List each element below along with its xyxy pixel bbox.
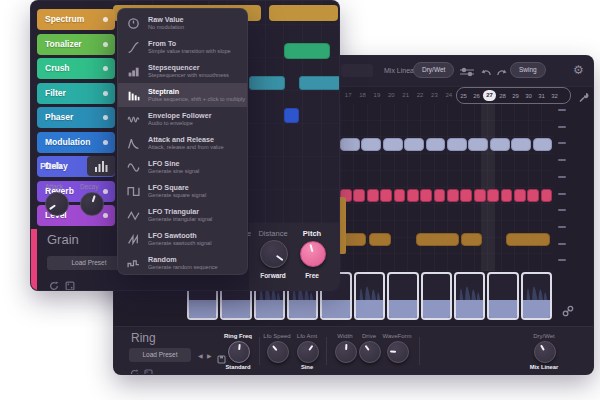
lfo-amt-knob[interactable] [297, 341, 319, 363]
wrench-icon[interactable] [578, 89, 589, 107]
step-number[interactable]: 25 [457, 93, 470, 99]
step-number[interactable]: 29 [509, 93, 522, 99]
row-mini-slider[interactable] [558, 243, 566, 245]
step-number[interactable]: 27 [483, 90, 496, 101]
randomize-icon[interactable] [65, 277, 75, 291]
lavender-step-bar[interactable] [490, 138, 510, 151]
grain-key-cell[interactable] [487, 272, 518, 320]
grid-block-teal[interactable] [299, 76, 340, 90]
load-preset-button[interactable]: Load Preset [129, 348, 191, 362]
grid-block-teal[interactable] [249, 76, 285, 90]
lavender-step-bar[interactable] [533, 138, 553, 151]
enabled-dot[interactable] [103, 91, 108, 96]
reset-icon[interactable] [49, 277, 59, 291]
sidebar-item-crush[interactable]: Crush [37, 58, 115, 79]
distance-knob[interactable] [260, 240, 288, 268]
menu-item-random[interactable]: RandomGenerate random sequence [118, 251, 247, 275]
lavender-step-bar[interactable] [383, 138, 403, 151]
pink-step-cell[interactable] [380, 189, 392, 202]
step-grid[interactable] [340, 104, 554, 271]
pink-step-cell[interactable] [447, 189, 459, 202]
lavender-step-bar[interactable] [340, 138, 360, 151]
prev-preset-icon[interactable]: ◀ [198, 352, 203, 359]
pink-step-cell[interactable] [367, 189, 379, 202]
step-number[interactable]: 20 [384, 87, 398, 103]
step-numbers-loop-box[interactable]: 2526272829303132 [456, 87, 571, 104]
grid-row-brown[interactable] [340, 232, 554, 248]
enabled-dot[interactable] [103, 115, 108, 120]
sidebar-item-spectrum[interactable]: Spectrum [37, 9, 115, 30]
enabled-dot[interactable] [103, 66, 108, 71]
enabled-dot[interactable] [103, 140, 108, 145]
step-number[interactable]: 22 [413, 87, 427, 103]
pink-step-cell[interactable] [501, 189, 513, 202]
menu-item-envelope-follower[interactable]: Envelope FollowerAudio to envelope [118, 107, 247, 131]
sidebar-item-filter[interactable]: Filter [37, 83, 115, 104]
enabled-dot[interactable] [103, 189, 108, 194]
row-mini-slider[interactable] [558, 142, 566, 144]
dry-wet-button[interactable]: Dry/Wet [413, 62, 454, 78]
pink-step-cell[interactable] [541, 189, 553, 202]
menu-item-lfo-square[interactable]: LFO SquareGenerate square signal [118, 179, 247, 203]
enabled-dot[interactable] [103, 42, 108, 47]
row-mini-slider[interactable] [558, 209, 566, 211]
step-number[interactable]: 26 [470, 93, 483, 99]
menu-item-stepsequencer[interactable]: StepsequencerStepsequencer with smoothne… [118, 59, 247, 83]
pitch-mode-button[interactable] [87, 156, 115, 176]
grain-key-cell[interactable] [354, 272, 385, 320]
waveform-knob[interactable] [387, 341, 409, 363]
step-number[interactable]: 24 [442, 87, 456, 103]
pink-step-cell[interactable] [514, 189, 526, 202]
pink-step-cell[interactable] [527, 189, 539, 202]
menu-item-lfo-sawtooth[interactable]: LFO SawtoothGenerate sawtooth signal [118, 227, 247, 251]
reset-icon[interactable] [130, 364, 139, 375]
redo-icon[interactable] [496, 65, 507, 83]
row-mini-slider[interactable] [558, 193, 566, 195]
lavender-step-bar[interactable] [447, 138, 467, 151]
row-mini-slider[interactable] [558, 159, 566, 161]
pink-step-cell[interactable] [420, 189, 432, 202]
randomize-icon[interactable] [144, 364, 153, 375]
sidebar-item-modulation[interactable]: Modulation [37, 132, 115, 153]
lavender-step-bar[interactable] [511, 138, 531, 151]
swing-button[interactable]: Swing [510, 62, 546, 78]
sidebar-item-tonalizer[interactable]: Tonalizer [37, 34, 115, 55]
step-number[interactable]: 21 [399, 87, 413, 103]
mixer-sliders-icon[interactable] [459, 64, 475, 82]
pink-step-cell[interactable] [474, 189, 486, 202]
row-mini-slider[interactable] [558, 226, 566, 228]
lavender-step-bar[interactable] [404, 138, 424, 151]
brown-step-bar[interactable] [506, 233, 550, 246]
undo-icon[interactable] [481, 65, 492, 83]
pink-step-cell[interactable] [487, 189, 499, 202]
pattern-bar[interactable] [269, 5, 338, 21]
ring-freq-knob[interactable] [228, 341, 250, 363]
grain-key-cell[interactable] [421, 272, 452, 320]
pitch-knob[interactable] [300, 241, 326, 267]
enabled-dot[interactable] [103, 213, 108, 218]
step-numbers[interactable]: 1718192021222324 [341, 87, 456, 103]
grid-block-green[interactable] [284, 43, 330, 59]
row-mini-slider[interactable] [558, 126, 566, 128]
step-number[interactable]: 17 [341, 87, 355, 103]
pink-step-cell[interactable] [353, 189, 365, 202]
step-number[interactable]: 23 [427, 87, 441, 103]
step-number[interactable]: 32 [548, 93, 561, 99]
pink-step-cell[interactable] [434, 189, 446, 202]
row-mini-slider[interactable] [558, 259, 566, 261]
pink-step-cell[interactable] [407, 189, 419, 202]
brown-step-bar[interactable] [416, 233, 459, 246]
dry-wet-knob[interactable] [534, 341, 556, 363]
enabled-dot[interactable] [103, 17, 108, 22]
attack-knob[interactable] [45, 192, 69, 216]
step-number[interactable]: 19 [370, 87, 384, 103]
step-number[interactable]: 28 [496, 93, 509, 99]
grid-block-blue[interactable] [284, 108, 299, 123]
grid-row-pink[interactable] [340, 188, 554, 204]
step-number[interactable]: 31 [535, 93, 548, 99]
grain-key-cell[interactable] [387, 272, 418, 320]
lavender-step-bar[interactable] [468, 138, 488, 151]
row-mini-slider[interactable] [558, 176, 566, 178]
step-number[interactable]: 30 [522, 93, 535, 99]
sidebar-item-phaser[interactable]: Phaser [37, 107, 115, 128]
